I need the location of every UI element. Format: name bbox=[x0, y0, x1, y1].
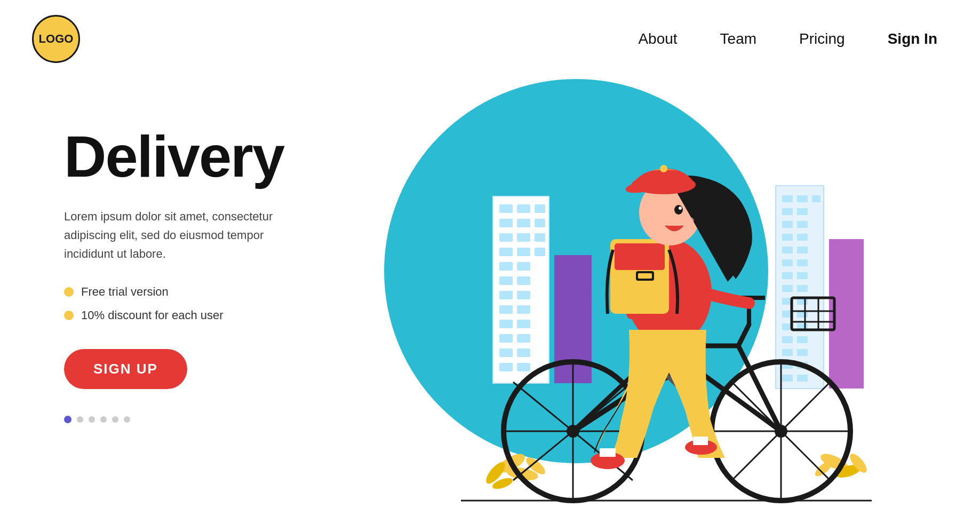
dot-2[interactable] bbox=[89, 416, 95, 423]
hero-section: Delivery Lorem ipsum dolor sit amet, con… bbox=[0, 63, 980, 522]
signup-button[interactable]: SIGN UP bbox=[64, 349, 187, 389]
hero-title: Delivery bbox=[64, 127, 357, 186]
features-list: Free trial version 10% discount for each… bbox=[64, 285, 357, 322]
svg-rect-45 bbox=[797, 272, 808, 279]
hero-left: Delivery Lorem ipsum dolor sit amet, con… bbox=[64, 95, 357, 423]
svg-rect-34 bbox=[782, 208, 793, 215]
svg-rect-28 bbox=[517, 363, 530, 371]
dot-0[interactable] bbox=[64, 416, 71, 423]
svg-rect-7 bbox=[499, 233, 513, 242]
svg-rect-9 bbox=[535, 233, 545, 242]
svg-rect-107 bbox=[693, 437, 708, 445]
svg-rect-38 bbox=[782, 234, 793, 241]
svg-rect-56 bbox=[782, 349, 793, 356]
svg-rect-15 bbox=[499, 276, 513, 285]
svg-rect-12 bbox=[535, 248, 545, 256]
feature-item-2: 10% discount for each user bbox=[64, 308, 357, 322]
svg-rect-44 bbox=[782, 272, 793, 279]
dot-3[interactable] bbox=[100, 416, 107, 423]
svg-rect-32 bbox=[797, 195, 808, 202]
svg-point-116 bbox=[660, 165, 667, 172]
svg-rect-46 bbox=[782, 285, 793, 292]
svg-rect-33 bbox=[812, 195, 820, 202]
svg-rect-21 bbox=[499, 320, 513, 328]
svg-rect-2 bbox=[517, 204, 530, 213]
svg-rect-26 bbox=[517, 348, 530, 357]
svg-point-118 bbox=[679, 207, 682, 210]
hero-illustration bbox=[357, 95, 937, 522]
svg-rect-42 bbox=[782, 259, 793, 266]
svg-rect-24 bbox=[517, 334, 530, 343]
svg-point-117 bbox=[674, 205, 683, 215]
svg-rect-8 bbox=[517, 233, 530, 242]
svg-rect-4 bbox=[499, 219, 513, 227]
svg-rect-3 bbox=[535, 204, 545, 213]
pagination bbox=[64, 416, 357, 423]
svg-rect-61 bbox=[797, 375, 808, 382]
svg-rect-10 bbox=[499, 248, 513, 256]
nav-team[interactable]: Team bbox=[720, 30, 756, 47]
svg-rect-13 bbox=[499, 262, 513, 271]
svg-rect-17 bbox=[499, 291, 513, 299]
svg-rect-111 bbox=[638, 273, 652, 279]
svg-rect-6 bbox=[535, 219, 545, 227]
svg-rect-41 bbox=[797, 247, 808, 253]
feature-label-2: 10% discount for each user bbox=[81, 308, 224, 322]
delivery-illustration bbox=[408, 90, 888, 523]
hero-description: Lorem ipsum dolor sit amet, consectetur … bbox=[64, 207, 277, 264]
feature-dot-1 bbox=[64, 287, 74, 297]
svg-rect-40 bbox=[782, 247, 793, 253]
svg-rect-5 bbox=[517, 219, 530, 227]
svg-rect-43 bbox=[797, 259, 808, 266]
svg-rect-16 bbox=[517, 276, 530, 285]
svg-point-119 bbox=[681, 217, 694, 224]
svg-rect-31 bbox=[782, 195, 793, 202]
svg-rect-18 bbox=[517, 291, 530, 299]
svg-rect-20 bbox=[517, 305, 530, 314]
svg-rect-57 bbox=[797, 349, 808, 356]
header: LOGO About Team Pricing Sign In bbox=[0, 0, 980, 63]
svg-rect-23 bbox=[499, 334, 513, 343]
dot-4[interactable] bbox=[112, 416, 118, 423]
svg-rect-60 bbox=[782, 375, 793, 382]
svg-rect-22 bbox=[517, 320, 530, 328]
dot-5[interactable] bbox=[124, 416, 130, 423]
main-nav: About Team Pricing Sign In bbox=[638, 30, 937, 47]
feature-dot-2 bbox=[64, 311, 74, 320]
svg-rect-11 bbox=[517, 248, 530, 256]
svg-rect-27 bbox=[499, 363, 513, 371]
feature-item-1: Free trial version bbox=[64, 285, 357, 299]
svg-rect-14 bbox=[517, 262, 530, 271]
nav-pricing[interactable]: Pricing bbox=[799, 30, 845, 47]
svg-rect-47 bbox=[797, 285, 808, 292]
svg-rect-25 bbox=[499, 348, 513, 357]
svg-rect-54 bbox=[782, 336, 793, 343]
nav-signin[interactable]: Sign In bbox=[888, 30, 937, 47]
svg-rect-35 bbox=[797, 208, 808, 215]
svg-rect-37 bbox=[797, 221, 808, 228]
svg-rect-1 bbox=[499, 204, 513, 213]
feature-label-1: Free trial version bbox=[81, 285, 169, 299]
svg-rect-106 bbox=[600, 448, 616, 457]
svg-rect-109 bbox=[615, 243, 665, 270]
dot-1[interactable] bbox=[77, 416, 83, 423]
svg-line-90 bbox=[738, 324, 749, 346]
svg-rect-55 bbox=[797, 336, 808, 343]
svg-rect-36 bbox=[782, 221, 793, 228]
svg-rect-19 bbox=[499, 305, 513, 314]
logo: LOGO bbox=[32, 15, 80, 63]
nav-about[interactable]: About bbox=[638, 30, 677, 47]
svg-rect-39 bbox=[797, 234, 808, 241]
